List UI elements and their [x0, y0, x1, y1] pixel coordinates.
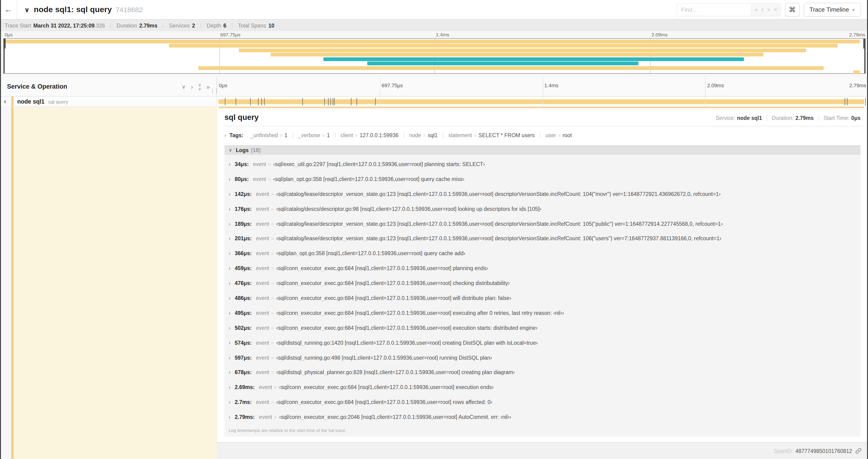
log-entry-row[interactable]: ›502μsevent=‹sql/conn_executor_exec.go:6…: [224, 321, 861, 335]
find-input[interactable]: [676, 3, 751, 16]
chevron-right-icon: ›: [229, 161, 235, 167]
tag-item[interactable]: _unfinished=1: [245, 132, 293, 138]
clear-find-icon[interactable]: ✕: [774, 7, 778, 12]
log-entry-row[interactable]: ›678μsevent=‹sql/distsql_physical_planne…: [224, 365, 861, 380]
log-field-value: ‹sql/distsql_running.go:498 [nsql1,clien…: [276, 355, 492, 360]
minimap-span-bar[interactable]: [239, 48, 806, 52]
tag-item[interactable]: statement=SELECT * FROM users: [443, 132, 540, 138]
meta-value: 2: [192, 22, 195, 29]
time-tick-label: 1.4ms: [542, 83, 558, 88]
keyboard-shortcuts-button[interactable]: ⌘: [785, 3, 800, 17]
log-entry-row[interactable]: ›476μsevent=‹sql/conn_executor_exec.go:6…: [224, 276, 861, 291]
equals-sign: =: [558, 132, 561, 138]
column-resizer-handle[interactable]: [212, 88, 217, 94]
log-timestamp: 142μs: [235, 191, 252, 197]
log-marker: [236, 98, 236, 105]
log-entry-row[interactable]: ›2.7msevent=‹sql/conn_executor_exec.go:6…: [224, 395, 861, 410]
log-field-value: ‹sql/distsql_physical_planner.go:828 [ns…: [276, 370, 515, 375]
locate-icon[interactable]: ⌖: [754, 7, 758, 12]
tag-value: SELECT * FROM users: [478, 132, 535, 138]
scrubber-grip[interactable]: [4, 39, 6, 48]
tag-key: _verbose: [298, 132, 320, 138]
minimap-span-bar[interactable]: [198, 66, 824, 70]
equals-sign: =: [268, 176, 271, 182]
chevron-right-icon: ›: [229, 191, 235, 197]
link-icon[interactable]: [856, 448, 862, 454]
collapse-trace-icon[interactable]: ∨: [24, 6, 30, 13]
log-entry-row[interactable]: ›495μsevent=‹sql/conn_executor_exec.go:6…: [224, 305, 861, 321]
minimap-span-bar[interactable]: [271, 53, 764, 57]
log-entry-row[interactable]: ›574μsevent=‹sql/distsql_running.go:1420…: [224, 335, 861, 350]
find-prev-icon[interactable]: ∧: [761, 7, 765, 12]
chevron-right-icon: ›: [229, 414, 235, 420]
log-entry-row[interactable]: ›201μsevent=‹sql/catalog/lease/descripto…: [224, 231, 861, 246]
log-marker: [375, 98, 376, 105]
tags-label: Tags:: [229, 132, 243, 138]
span-duration-bar[interactable]: [218, 99, 864, 104]
trace-title-wrap: ∨ node sql1: sql query 7418682: [24, 5, 143, 14]
minimap-span-bar[interactable]: [323, 57, 744, 61]
trace-meta-bar: Trace StartMarch 31 2022, 17:25:09.326Du…: [0, 19, 868, 31]
trace-minimap[interactable]: [3, 38, 866, 74]
log-entry-row[interactable]: ›34μsevent=‹sql/exec_util.go:2297 [nsql1…: [224, 157, 861, 172]
equals-sign: =: [280, 132, 283, 138]
log-timestamp: 176μs: [235, 206, 252, 211]
viewport-scrubber-left[interactable]: [4, 39, 5, 73]
log-marker: [261, 98, 261, 105]
log-field-key: event: [253, 176, 266, 182]
window-edge: [867, 0, 868, 459]
tag-item[interactable]: node=sql1: [404, 132, 443, 138]
log-entry-row[interactable]: ›142μsevent=‹sql/catalog/lease/descripto…: [224, 187, 861, 201]
time-tick-label: 2.09ms: [705, 83, 724, 88]
minimap-span-bar[interactable]: [169, 44, 838, 47]
expand-all-icon[interactable]: »: [206, 83, 210, 90]
equals-sign: =: [355, 132, 358, 138]
log-entry-row[interactable]: ›2.79msevent=‹sql/conn_executor_exec.go:…: [224, 409, 861, 424]
log-entry-row[interactable]: ›597μsevent=‹sql/distsql_running.go:498 …: [224, 350, 861, 365]
time-tick-label: 697.75μs: [219, 32, 241, 37]
expand-one-icon[interactable]: ›: [191, 83, 193, 90]
log-marker: [250, 98, 251, 105]
log-entry-row[interactable]: ›189μsevent=‹sql/catalog/lease/descripto…: [224, 216, 861, 231]
log-marker: [328, 98, 329, 105]
log-entry-row[interactable]: ›459μsevent=‹sql/conn_executor_exec.go:6…: [224, 261, 861, 276]
back-button[interactable]: ←: [0, 0, 17, 19]
span-operation-name: sql query: [48, 99, 68, 104]
find-next-icon[interactable]: ∨: [767, 7, 771, 12]
equals-sign: =: [271, 399, 274, 405]
log-entry-row[interactable]: ›2.69msevent=‹sql/conn_executor_exec.go:…: [224, 380, 861, 395]
tags-row[interactable]: › Tags: _unfinished=1_verbose=1client=12…: [224, 129, 861, 141]
log-entry-row[interactable]: ›486μsevent=‹sql/conn_executor_exec.go:6…: [224, 291, 861, 305]
time-tick-label: 2.09ms: [650, 32, 668, 37]
span-bar-track[interactable]: [217, 97, 868, 106]
minimap-span-bar[interactable]: [853, 70, 860, 74]
log-timestamp: 2.69ms: [235, 385, 255, 390]
logs-header[interactable]: ∨ Logs (18): [224, 145, 861, 155]
chevron-right-icon: ›: [229, 310, 235, 316]
equals-sign: =: [271, 355, 274, 360]
collapse-one-icon[interactable]: ∨: [182, 84, 186, 89]
minimap-span-bar[interactable]: [367, 62, 639, 65]
tag-item[interactable]: _verbose=1: [293, 132, 336, 138]
meta-value: 10: [268, 22, 274, 29]
span-id-strip: SpanID: 4877749850101760812: [217, 443, 868, 459]
span-tree-item[interactable]: ∨ node sql1 sql query: [0, 97, 217, 106]
log-timestamp: 678μs: [235, 370, 252, 375]
log-entry-row[interactable]: ›80μsevent=‹sql/plan_opt.go:358 [nsql1,c…: [224, 172, 861, 187]
log-field-key: event: [256, 370, 269, 375]
log-entry-row[interactable]: ›366μsevent=‹sql/plan_opt.go:358 [nsql1,…: [224, 246, 861, 261]
time-gridline: [380, 97, 380, 106]
tag-key: user: [546, 132, 556, 138]
log-marker: [302, 98, 303, 105]
trace-view-selector[interactable]: Trace Timeline ∨: [803, 3, 861, 17]
log-field-value: ‹sql/conn_executor_exec.go:684 [nsql1,cl…: [276, 265, 488, 271]
collapse-all-icon[interactable]: ∨ ∨: [198, 82, 201, 91]
chevron-right-icon: ›: [229, 295, 235, 301]
scrubber-grip[interactable]: [863, 39, 865, 48]
tag-item[interactable]: client=127.0.0.1:59936: [335, 132, 404, 138]
tag-item[interactable]: user=root: [540, 132, 577, 138]
collapse-span-icon[interactable]: ∨: [3, 99, 9, 104]
minimap-span-bar[interactable]: [5, 39, 860, 43]
viewport-scrubber-right[interactable]: [864, 39, 865, 73]
log-entry-row[interactable]: ›176μsevent=‹sql/catalog/descs/descripto…: [224, 201, 861, 216]
